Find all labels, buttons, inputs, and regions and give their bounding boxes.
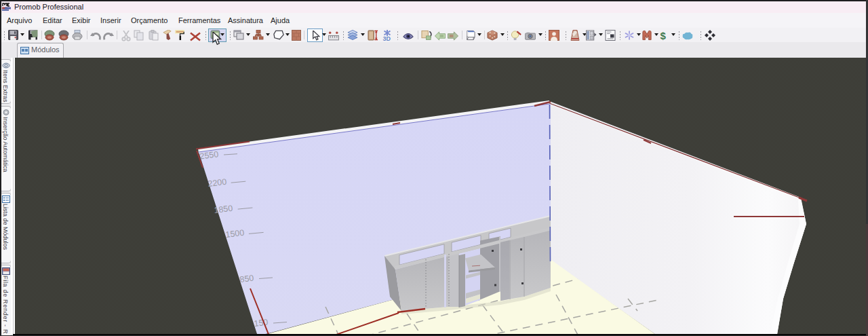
svg-text:850: 850	[239, 274, 254, 284]
svg-text:150: 150	[254, 318, 269, 329]
svg-text:$: $	[660, 30, 667, 41]
svg-text:3D: 3D	[383, 35, 391, 41]
